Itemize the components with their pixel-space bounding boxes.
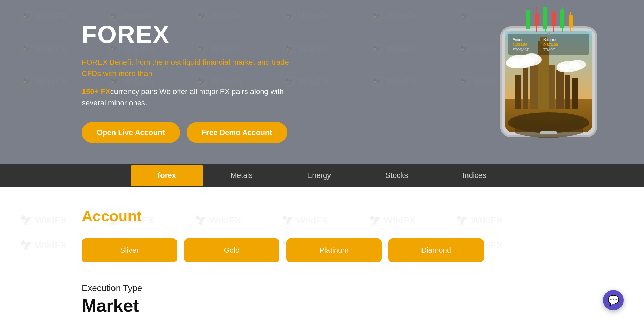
svg-point-24 [506,58,523,68]
execution-type-value: Market [82,295,562,316]
hero-phone-image: Amount 1,234.56 Balance 9,876.00 STORAGE… [487,7,610,143]
tab-metals[interactable]: Metals [203,165,280,186]
open-live-account-button[interactable]: Open Live Account [82,122,180,143]
hero-highlight: 150+ FX [82,87,110,96]
category-nav: forex Metals Energy Stocks Indices [0,164,644,187]
tab-indices[interactable]: Indices [435,165,513,186]
account-diamond-button[interactable]: Diamond [388,238,484,262]
tab-stocks[interactable]: Stocks [358,165,435,186]
svg-text:Amount: Amount [513,38,525,42]
account-type-buttons: Sliver Gold Platinum Diamond [82,238,562,262]
svg-text:TRADE: TRADE [543,48,555,52]
account-gold-button[interactable]: Gold [184,238,279,262]
chat-support-button[interactable]: 💬 [603,290,624,310]
svg-rect-9 [556,70,564,109]
account-platinum-button[interactable]: Platinum [286,238,382,262]
account-section-title: Account [82,208,562,225]
svg-point-27 [557,64,571,72]
svg-rect-4 [515,75,521,109]
hero-description: 150+ FXcurrency pairs We offer all major… [82,86,307,108]
svg-rect-11 [572,78,578,109]
svg-rect-31 [535,14,539,26]
hero-description-rest: currency pairs We offer all major FX pai… [82,87,284,107]
svg-text:STORAGE: STORAGE [513,48,530,52]
svg-rect-33 [543,7,547,29]
svg-rect-29 [526,10,530,29]
svg-rect-40 [540,131,557,134]
svg-point-26 [569,60,586,70]
svg-text:Balance: Balance [543,38,556,42]
svg-rect-39 [569,15,573,27]
svg-rect-10 [565,75,570,109]
main-content: 🦅 WikiFX 🦅 WikiFX 🦅 WikiFX 🦅 WikiFX 🦅 Wi… [0,187,644,324]
hero-buttons: Open Live Account Free Demo Account [82,122,307,143]
chat-icon: 💬 [608,295,619,306]
execution-section: Execution Type Market [82,283,562,316]
svg-rect-8 [549,65,555,109]
hero-title: FOREX [82,20,307,48]
svg-rect-35 [552,12,556,26]
svg-point-23 [521,53,542,66]
svg-text:1,234.56: 1,234.56 [513,43,527,47]
account-sliver-button[interactable]: Sliver [82,238,177,262]
svg-rect-37 [560,10,564,28]
svg-text:9,876.00: 9,876.00 [543,43,558,47]
hero-section: 🦅WikiFX 🦅WikiFX 🦅WikiFX 🦅WikiFX 🦅WikiFX … [0,0,644,164]
svg-point-41 [547,32,550,35]
hero-subtitle: FOREX Benefit from the most liquid finan… [82,57,307,79]
tab-energy[interactable]: Energy [280,165,358,186]
hero-content: FOREX FOREX Benefit from the most liquid… [0,0,307,164]
free-demo-account-button[interactable]: Free Demo Account [187,122,287,143]
svg-rect-6 [530,61,538,109]
svg-rect-5 [523,68,528,109]
tab-forex[interactable]: forex [131,165,203,186]
execution-type-label: Execution Type [82,283,562,293]
